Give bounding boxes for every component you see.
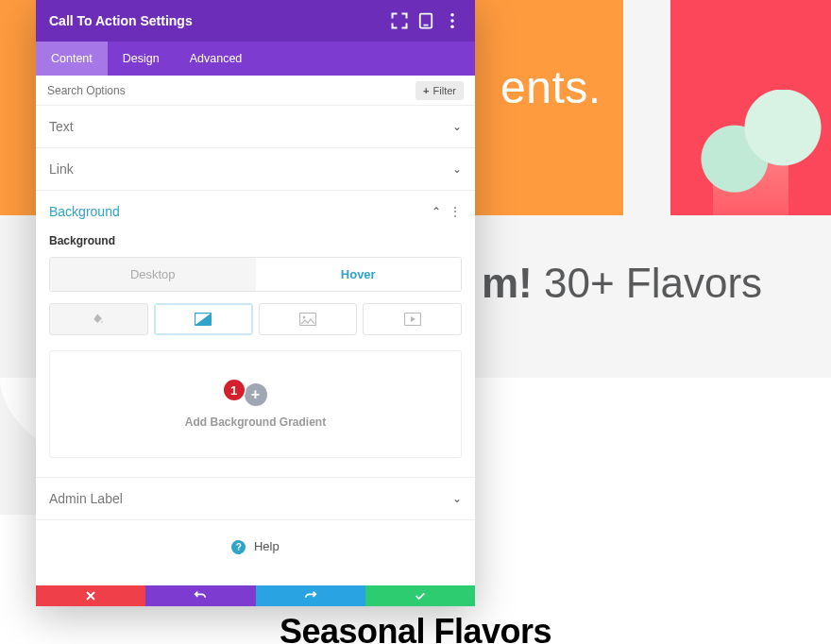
gradient-icon [195,313,212,326]
image-icon [299,313,316,326]
svg-point-4 [450,25,454,29]
gradient-empty-box: 1 + Add Background Gradient [49,350,462,458]
panel-titlebar[interactable]: Call To Action Settings [36,0,475,42]
help-row[interactable]: ? Help [36,520,475,562]
page-text-bold: m! [482,260,533,306]
filter-label: Filter [433,85,456,96]
chevron-down-icon: ⌄ [452,162,462,176]
plus-icon: + [423,85,429,96]
kebab-icon[interactable] [443,11,462,30]
tab-content[interactable]: Content [36,42,108,76]
add-gradient-button[interactable]: + [245,383,267,406]
paint-bucket-icon [90,313,107,326]
state-hover[interactable]: Hover [256,258,462,291]
search-row: + Filter [36,76,475,106]
page-heading: Seasonal Flavors [0,612,831,644]
help-icon: ? [231,540,246,554]
page-text-rest: 30+ Flavors [533,260,762,306]
accordion-background-header[interactable]: Background ⌃ ⋮ [36,191,475,232]
filter-button[interactable]: + Filter [416,81,464,100]
redo-icon [304,589,317,602]
search-input[interactable] [47,84,416,97]
accordion-background-body: Background Desktop Hover [36,234,475,477]
svg-point-7 [303,316,306,319]
chevron-down-icon: ⌄ [452,120,462,133]
background-sublabel: Background [49,234,462,247]
panel-action-bar [36,585,475,606]
state-desktop[interactable]: Desktop [50,258,256,291]
tab-advanced[interactable]: Advanced [175,42,258,76]
help-label: Help [254,539,280,553]
accordion-background: Background ⌃ ⋮ Background Desktop Hover [36,191,475,478]
accordion-admin-label-text: Admin Label [49,491,123,506]
responsive-icon[interactable] [416,11,435,30]
cancel-button[interactable] [36,585,145,606]
svg-rect-1 [424,25,429,26]
svg-point-2 [450,13,454,17]
tab-design[interactable]: Design [108,42,175,76]
chevron-up-icon: ⌃ [432,205,441,218]
panel-title-text: Call To Action Settings [49,13,193,28]
bg-type-color[interactable] [49,303,148,335]
background-type-row [49,303,462,335]
add-gradient-caption: Add Background Gradient [59,415,451,429]
redo-button[interactable] [256,585,365,606]
accordion-options-icon[interactable]: ⋮ [449,204,462,219]
chevron-down-icon: ⌄ [452,492,462,505]
bg-type-image[interactable] [259,303,358,335]
panel-body: Text ⌄ Link ⌄ Background ⌃ ⋮ Background … [36,106,475,606]
close-icon [84,589,97,602]
accordion-text-header[interactable]: Text ⌄ [36,106,475,147]
settings-panel: Call To Action Settings Content Design A… [36,0,475,606]
accordion-text: Text ⌄ [36,106,475,148]
svg-point-3 [450,19,454,23]
accordion-link: Link ⌄ [36,148,475,191]
video-icon [404,313,421,326]
page-image-icecream [670,90,831,215]
accordion-background-label: Background [49,204,120,219]
panel-tabs: Content Design Advanced [36,42,475,76]
bg-type-gradient[interactable] [154,303,253,335]
annotation-badge-1: 1 [224,380,245,400]
accordion-admin-label: Admin Label ⌄ [36,478,475,520]
undo-icon [194,589,207,602]
bg-type-video[interactable] [363,303,462,335]
accordion-text-label: Text [49,119,74,134]
accordion-link-label: Link [49,161,74,177]
check-icon [414,589,427,602]
accordion-link-header[interactable]: Link ⌄ [36,148,475,190]
accordion-admin-header[interactable]: Admin Label ⌄ [36,478,475,519]
save-button[interactable] [365,585,475,606]
page-text-fragment-2: m! 30+ Flavors [482,260,762,307]
expand-icon[interactable] [390,11,409,30]
undo-button[interactable] [145,585,255,606]
page-text-fragment-1: ents. [500,61,602,113]
state-toggle: Desktop Hover [49,257,462,292]
